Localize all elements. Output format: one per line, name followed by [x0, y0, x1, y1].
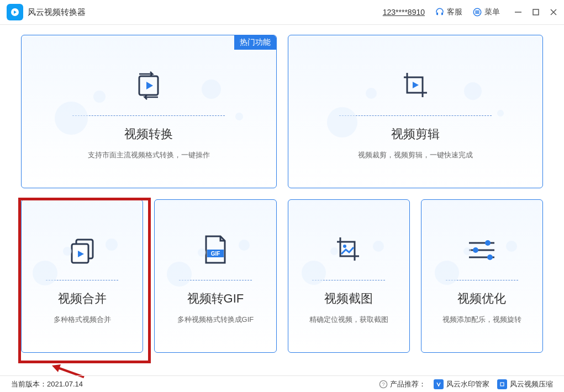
card-video-convert[interactable]: 热门功能 视频转换 支持市面主流视频格式转换，一键操作: [21, 35, 277, 188]
svg-text:?: ?: [382, 382, 384, 387]
user-id-link[interactable]: 123****8910: [383, 8, 425, 17]
recommend-label-2: 风云视频压缩: [510, 379, 553, 389]
recommend-label: 产品推荐：: [390, 379, 426, 389]
sliders-icon: [466, 228, 498, 272]
menu-button[interactable]: 菜单: [472, 7, 500, 17]
card-desc: 多种格式视频合并: [54, 315, 111, 325]
watermark-app-icon: [434, 379, 444, 389]
svg-rect-30: [499, 381, 505, 388]
hot-badge: 热门功能: [234, 35, 276, 50]
card-title: 视频转换: [124, 126, 173, 142]
card-video-screenshot[interactable]: 视频截图 精确定位视频，获取截图: [288, 199, 410, 353]
card-desc: 视频添加配乐，视频旋转: [442, 315, 521, 325]
video-crop-icon: [398, 63, 433, 108]
version-label: 当前版本：: [11, 379, 47, 389]
footer-bar: 当前版本： 2021.07.14 ? 产品推荐： 风云水印管家 风云视频压缩: [0, 375, 564, 392]
card-desc: 多种视频格式转换成GIF: [177, 315, 254, 325]
card-title: 视频转GIF: [187, 290, 244, 307]
card-video-merge[interactable]: 视频合并 多种格式视频合并: [21, 199, 143, 353]
version-value: 2021.07.14: [47, 380, 83, 388]
svg-marker-12: [413, 82, 419, 88]
recommend-label-1: 风云水印管家: [446, 379, 489, 389]
card-video-edit[interactable]: 视频剪辑 视频裁剪，视频剪辑，一键快速完成: [288, 35, 544, 188]
svg-rect-7: [533, 9, 539, 15]
compress-app-icon: [497, 379, 507, 389]
app-title: 风云视频转换器: [28, 7, 86, 18]
app-logo-icon: [7, 4, 23, 20]
help-icon[interactable]: ?: [379, 380, 388, 389]
card-title: 视频截图: [324, 290, 373, 307]
recommend-compress[interactable]: 风云视频压缩: [497, 379, 553, 389]
titlebar: 风云视频转换器 123****8910 客服 菜单: [0, 0, 564, 25]
card-video-optimize[interactable]: 视频优化 视频添加配乐，视频旋转: [421, 199, 543, 353]
card-desc: 支持市面主流视频格式转换，一键操作: [88, 150, 210, 160]
card-desc: 视频裁剪，视频剪辑，一键快速完成: [358, 150, 473, 160]
support-label: 客服: [447, 7, 462, 17]
card-title: 视频优化: [457, 290, 506, 307]
gif-file-icon: GIF: [202, 228, 229, 272]
recommend-watermark[interactable]: 风云水印管家: [434, 379, 489, 389]
main-content: 热门功能 视频转换 支持市面主流视频格式转换，一键操作: [0, 25, 564, 353]
maximize-button[interactable]: [532, 8, 540, 16]
svg-point-18: [343, 245, 346, 248]
svg-marker-26: [52, 364, 61, 372]
card-title: 视频剪辑: [391, 126, 440, 142]
menu-label: 菜单: [484, 7, 500, 17]
card-desc: 精确定位视频，获取截图: [309, 315, 388, 325]
video-merge-icon: [66, 228, 98, 272]
svg-point-24: [487, 255, 493, 260]
window-controls: [514, 8, 557, 16]
support-button[interactable]: 客服: [435, 7, 462, 17]
screenshot-icon: [333, 228, 365, 272]
svg-text:GIF: GIF: [211, 251, 220, 257]
card-video-gif[interactable]: GIF 视频转GIF 多种视频格式转换成GIF: [154, 199, 276, 353]
svg-point-22: [473, 247, 478, 253]
minimize-button[interactable]: [514, 8, 522, 16]
video-convert-icon: [131, 63, 166, 108]
close-button[interactable]: [550, 8, 557, 16]
svg-point-20: [485, 240, 491, 246]
svg-marker-11: [146, 82, 153, 89]
card-title: 视频合并: [58, 290, 107, 307]
